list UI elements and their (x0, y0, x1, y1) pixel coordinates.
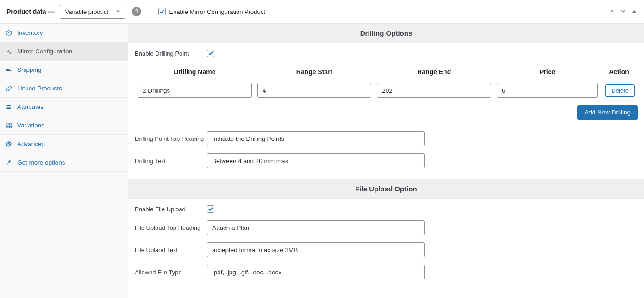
product-type-select[interactable]: Variable product (60, 5, 125, 19)
svg-marker-0 (632, 10, 636, 13)
enable-mirror-label: Enable Mirror Configuration Product (169, 8, 265, 15)
drilling-top-heading-input[interactable] (207, 131, 425, 146)
svg-point-9 (8, 143, 10, 145)
panel-collapse-icon[interactable] (631, 8, 638, 16)
tab-label: Advanced (17, 140, 45, 147)
gear-icon (6, 141, 13, 147)
list-icon (6, 104, 13, 110)
enable-drilling-label: Enable Drilling Point (135, 50, 207, 57)
tab-label: Attributes (17, 103, 44, 110)
price-input[interactable] (497, 83, 598, 98)
product-data-header: Product data — Variable product ? Enable… (0, 0, 644, 24)
tab-mirror-configuration[interactable]: Mirror Configuration (0, 42, 128, 61)
tab-get-more-options[interactable]: Get more options (0, 153, 128, 172)
magic-icon (6, 159, 13, 166)
allowed-types-input[interactable] (207, 265, 425, 279)
tab-label: Inventory (17, 29, 43, 36)
product-data-tabs: Inventory Mirror Configuration Shipping … (0, 24, 128, 298)
delete-button[interactable]: Delete (605, 84, 635, 97)
tab-label: Get more options (17, 159, 65, 166)
tab-inventory[interactable]: Inventory (0, 24, 128, 42)
svg-rect-1 (6, 69, 9, 71)
panel-down-icon[interactable] (620, 8, 626, 16)
help-icon[interactable]: ? (132, 7, 141, 16)
table-row: Delete (135, 80, 638, 101)
tab-label: Variations (17, 122, 44, 129)
svg-rect-6 (9, 123, 11, 125)
tab-shipping[interactable]: Shipping (0, 61, 128, 79)
drilling-options-header: Drilling Options (128, 24, 644, 43)
check-icon (208, 206, 213, 212)
tab-variations[interactable]: Variations (0, 116, 128, 135)
tab-advanced[interactable]: Advanced (0, 135, 128, 153)
wrench-icon (6, 48, 13, 55)
drilling-table: Drilling Name Range Start Range End Pric… (135, 63, 638, 101)
add-new-drilling-button[interactable]: Add New Drilling (577, 105, 638, 120)
tab-linked-products[interactable]: Linked Products (0, 79, 128, 98)
truck-icon (6, 67, 13, 73)
link-icon (6, 85, 13, 92)
tab-attributes[interactable]: Attributes (0, 98, 128, 116)
grid-icon (6, 122, 13, 129)
col-range-start: Range Start (255, 63, 375, 80)
col-action: Action (600, 63, 638, 80)
separator (150, 6, 150, 17)
check-icon (208, 51, 213, 56)
svg-rect-5 (6, 123, 8, 125)
range-end-input[interactable] (377, 83, 491, 98)
col-range-end: Range End (374, 63, 494, 80)
allowed-types-label: Allowed File Type (135, 269, 207, 276)
drilling-name-input[interactable] (138, 83, 252, 98)
col-price: Price (494, 63, 600, 80)
enable-upload-label: Enable File Upload (135, 206, 207, 213)
tab-label: Linked Products (17, 85, 62, 92)
tab-label: Mirror Configuration (17, 48, 72, 55)
upload-text-label: File Uplaod Text (135, 247, 207, 254)
upload-heading-input[interactable] (207, 220, 425, 235)
file-upload-header: File Upload Option (128, 179, 644, 199)
tab-label: Shipping (17, 66, 42, 73)
product-data-title: Product data — (6, 8, 54, 15)
range-start-input[interactable] (257, 83, 372, 98)
enable-drilling-checkbox[interactable] (207, 50, 214, 57)
col-drilling-name: Drilling Name (135, 63, 255, 80)
svg-rect-7 (6, 126, 8, 128)
enable-mirror-checkbox[interactable]: Enable Mirror Configuration Product (158, 8, 265, 15)
checkbox-checked-icon (158, 8, 166, 15)
enable-upload-checkbox[interactable] (207, 205, 214, 213)
panel-up-icon[interactable] (609, 8, 615, 16)
upload-text-input[interactable] (207, 242, 425, 257)
upload-heading-label: File Upload Top Heading (135, 224, 207, 231)
main-panel: Drilling Options Enable Drilling Point D… (128, 24, 644, 298)
drilling-top-heading-label: Drilling Point Top Heading (135, 135, 207, 142)
drilling-text-input[interactable] (207, 153, 425, 168)
svg-rect-8 (9, 126, 11, 128)
drilling-text-label: Drilling Text (135, 158, 207, 165)
inventory-icon (6, 30, 13, 36)
